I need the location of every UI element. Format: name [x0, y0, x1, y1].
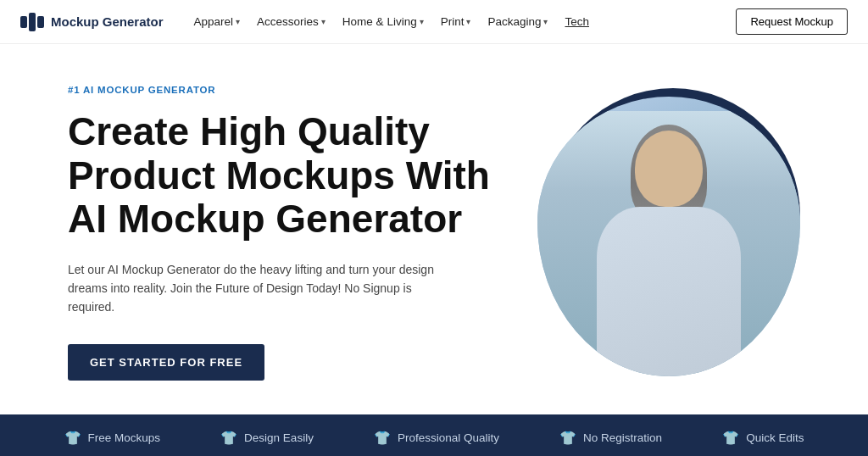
svg-rect-0 — [20, 16, 27, 28]
hero-title-line1: Create High Quality — [68, 109, 430, 153]
nav-item-print[interactable]: Print ▾ — [434, 12, 478, 31]
hero-image-container — [512, 88, 800, 376]
chevron-down-icon: ▾ — [236, 17, 240, 26]
footer-item-design-easily: 👕 Design Easily — [220, 430, 314, 446]
footer-item-free-mockups: 👕 Free Mockups — [64, 430, 161, 446]
logo-icon — [20, 13, 44, 31]
hero-person-image — [537, 97, 800, 376]
hero-badge: #1 AI MOCKUP GENERATOR — [68, 85, 490, 95]
footer-label-free-mockups: Free Mockups — [88, 431, 161, 444]
nav-menu: Apparel ▾ Accessories ▾ Home & Living ▾ … — [187, 12, 596, 31]
nav-item-accessories[interactable]: Accessories ▾ — [250, 12, 332, 31]
hero-content: #1 AI MOCKUP GENERATOR Create High Quali… — [68, 85, 490, 381]
nav-item-apparel[interactable]: Apparel ▾ — [187, 12, 248, 31]
get-started-button[interactable]: GET STARTED FOR FREE — [68, 344, 264, 381]
logo[interactable]: Mockup Generator — [20, 13, 164, 31]
person-torso-graphic — [597, 207, 741, 376]
hero-section: #1 AI MOCKUP GENERATOR Create High Quali… — [0, 44, 868, 414]
nav-label: Tech — [565, 15, 589, 28]
edits-icon: 👕 — [722, 430, 739, 446]
navbar-left: Mockup Generator Apparel ▾ Accessories ▾… — [20, 12, 596, 31]
footer-label-design-easily: Design Easily — [244, 431, 314, 444]
footer-label-no-registration: No Registration — [583, 431, 662, 444]
nav-label: Print — [441, 15, 465, 28]
person-graphic — [537, 97, 800, 376]
footer-item-no-registration: 👕 No Registration — [559, 430, 662, 446]
hero-title: Create High Quality Product Mockups With… — [68, 110, 490, 242]
hero-title-line2: Product Mockups With — [68, 153, 490, 197]
design-icon: 👕 — [220, 430, 237, 446]
brand-name: Mockup Generator — [51, 14, 164, 29]
nav-label: Home & Living — [342, 15, 417, 28]
nav-item-packaging[interactable]: Packaging ▾ — [481, 12, 554, 31]
chevron-down-icon: ▾ — [466, 17, 470, 26]
chevron-down-icon: ▾ — [321, 17, 326, 26]
hero-description: Let our AI Mockup Generator do the heavy… — [68, 260, 458, 317]
footer-item-professional-quality: 👕 Professional Quality — [374, 430, 499, 446]
footer-bar: 👕 Free Mockups 👕 Design Easily 👕 Profess… — [0, 414, 868, 456]
svg-rect-2 — [37, 16, 44, 28]
svg-rect-1 — [29, 13, 36, 31]
person-head-graphic — [635, 131, 703, 207]
nav-item-tech[interactable]: Tech — [558, 12, 596, 31]
nav-label: Accessories — [257, 15, 319, 28]
footer-item-quick-edits: 👕 Quick Edits — [722, 430, 804, 446]
quality-icon: 👕 — [374, 430, 391, 446]
nav-label: Apparel — [194, 15, 234, 28]
nav-label: Packaging — [487, 15, 541, 28]
navbar: Mockup Generator Apparel ▾ Accessories ▾… — [0, 0, 868, 44]
footer-label-professional-quality: Professional Quality — [398, 431, 499, 444]
tshirt-icon: 👕 — [64, 430, 81, 446]
hero-title-line3: AI Mockup Generator — [68, 197, 462, 241]
footer-label-quick-edits: Quick Edits — [746, 431, 804, 444]
chevron-down-icon: ▾ — [543, 17, 548, 26]
nav-item-home-living[interactable]: Home & Living ▾ — [336, 12, 431, 31]
request-mockup-button[interactable]: Request Mockup — [736, 8, 848, 35]
chevron-down-icon: ▾ — [420, 17, 424, 26]
registration-icon: 👕 — [559, 430, 576, 446]
